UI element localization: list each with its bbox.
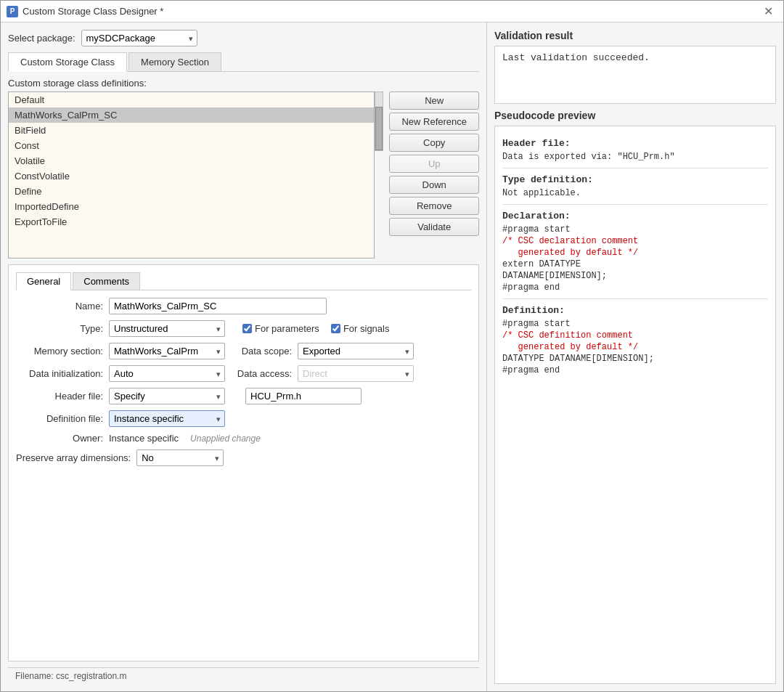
checkbox-row: For parameters For signals xyxy=(242,323,389,334)
tab-memory-section[interactable]: Memory Section xyxy=(128,52,221,71)
pseudocode-box: Header file: Data is exported via: "HCU_… xyxy=(494,126,776,684)
def-line-4: #pragma end xyxy=(502,365,768,375)
for-signals-label[interactable]: For signals xyxy=(331,323,390,334)
remove-button[interactable]: Remove xyxy=(389,197,479,215)
type-label: Type: xyxy=(16,323,103,334)
owner-row: Owner: Instance specific Unapplied chang… xyxy=(16,433,471,444)
form-section: General Comments Name: Type: Unstructure… xyxy=(8,264,479,662)
validate-button[interactable]: Validate xyxy=(389,218,479,236)
package-row: Select package: mySDCPackage xyxy=(8,30,479,46)
preserve-label: Preserve array dimensions: xyxy=(16,452,131,463)
def-line-3: DATATYPE DATANAME[DIMENSION]; xyxy=(502,354,768,364)
owner-value: Instance specific xyxy=(109,433,179,444)
app-icon: P xyxy=(7,6,18,17)
decl-line-0: #pragma start xyxy=(502,224,768,235)
name-input[interactable] xyxy=(109,298,327,314)
memory-section-select[interactable]: MathWorks_CalPrm xyxy=(109,343,225,359)
owner-label: Owner: xyxy=(16,433,103,444)
list-item[interactable]: ImportedDefine xyxy=(9,199,374,214)
list-item[interactable]: ExportToFile xyxy=(9,214,374,229)
validation-section: Validation result Last validation succee… xyxy=(494,30,776,104)
copy-button[interactable]: Copy xyxy=(389,134,479,152)
data-access-group: Data access: Direct xyxy=(234,365,414,382)
declaration-pseudo-title: Declaration: xyxy=(502,211,768,221)
new-button[interactable]: New xyxy=(389,91,479,110)
list-item[interactable]: MathWorks_CalPrm_SC xyxy=(9,107,374,123)
def-file-label: Definition file: xyxy=(16,413,103,424)
list-item[interactable]: Define xyxy=(9,184,374,199)
class-definitions-section: Custom storage class definitions: Defaul… xyxy=(8,78,479,259)
list-item[interactable]: Const xyxy=(9,138,374,153)
def-line-0: #pragma start xyxy=(502,319,768,329)
window-title: Custom Storage Class Designer * xyxy=(23,6,163,17)
header-file-select-wrapper: Specify xyxy=(109,388,225,404)
def-line-1: /* CSC definition comment xyxy=(502,330,768,341)
for-parameters-label[interactable]: For parameters xyxy=(242,323,319,334)
type-def-pseudo-title: Type definition: xyxy=(502,174,768,185)
preserve-select[interactable]: No xyxy=(136,449,224,466)
main-tabs: Custom Storage Class Memory Section xyxy=(8,52,479,72)
decl-line-5: #pragma end xyxy=(502,282,768,293)
action-buttons: New New Reference Copy Up Down Remove Va… xyxy=(389,91,479,236)
list-buttons-row: Default MathWorks_CalPrm_SC BitField Con… xyxy=(8,91,479,259)
validation-box: Last validation succeeded. xyxy=(494,46,776,104)
list-item[interactable]: Default xyxy=(9,92,374,107)
list-item[interactable]: Volatile xyxy=(9,153,374,168)
for-parameters-checkbox[interactable] xyxy=(242,324,252,333)
list-item[interactable]: BitField xyxy=(9,123,374,138)
data-scope-select-wrapper: Exported xyxy=(298,343,414,359)
right-panel: Validation result Last validation succee… xyxy=(487,23,783,691)
new-reference-button[interactable]: New Reference xyxy=(389,113,479,131)
package-select[interactable]: mySDCPackage xyxy=(81,30,197,46)
data-scope-group: Data scope: Exported xyxy=(234,343,414,359)
type-select-wrapper: Unstructured xyxy=(109,320,225,337)
header-file-select[interactable]: Specify xyxy=(109,388,225,404)
data-init-select[interactable]: Auto xyxy=(109,365,225,382)
type-select[interactable]: Unstructured xyxy=(109,320,225,337)
memory-section-select-wrapper: MathWorks_CalPrm xyxy=(109,343,225,359)
class-list[interactable]: Default MathWorks_CalPrm_SC BitField Con… xyxy=(8,91,375,259)
name-row: Name: xyxy=(16,298,471,314)
header-file-name-input[interactable] xyxy=(245,388,362,404)
package-select-wrapper: mySDCPackage xyxy=(81,30,197,46)
type-def-pseudo-line: Not applicable. xyxy=(502,188,768,198)
memory-data-scope-row: Memory section: MathWorks_CalPrm Data sc… xyxy=(16,343,471,359)
pseudocode-section: Pseudocode preview Header file: Data is … xyxy=(494,110,776,684)
preserve-select-wrapper: No xyxy=(136,449,224,466)
title-bar-left: P Custom Storage Class Designer * xyxy=(7,6,163,17)
unapplied-hint: Unapplied change xyxy=(190,433,261,444)
close-button[interactable]: ✕ xyxy=(759,4,777,19)
header-file-label: Header file: xyxy=(16,391,103,402)
tab-custom-storage-class[interactable]: Custom Storage Class xyxy=(8,52,127,72)
for-signals-checkbox[interactable] xyxy=(331,324,340,333)
decl-line-2: generated by default */ xyxy=(502,248,768,258)
data-scope-select[interactable]: Exported xyxy=(298,343,414,359)
up-button[interactable]: Up xyxy=(389,155,479,173)
down-button[interactable]: Down xyxy=(389,176,479,194)
data-init-label: Data initialization: xyxy=(16,368,103,379)
sub-tabs: General Comments xyxy=(16,272,471,290)
def-file-select-wrapper: Instance specific xyxy=(109,410,225,427)
preserve-array-row: Preserve array dimensions: No xyxy=(16,449,471,466)
def-file-select[interactable]: Instance specific xyxy=(109,410,225,427)
data-init-access-row: Data initialization: Auto Data access: D… xyxy=(16,365,471,382)
sub-tab-comments[interactable]: Comments xyxy=(73,272,140,290)
data-scope-label: Data scope: xyxy=(234,346,292,357)
validation-title: Validation result xyxy=(494,30,776,41)
main-content: Select package: mySDCPackage Custom Stor… xyxy=(1,23,783,691)
main-window: P Custom Storage Class Designer * ✕ Sele… xyxy=(0,0,784,692)
def-line-2: generated by default */ xyxy=(502,342,768,352)
list-scrollbar[interactable] xyxy=(375,91,383,151)
decl-line-4: DATANAME[DIMENSION]; xyxy=(502,271,768,281)
list-item[interactable]: ConstVolatile xyxy=(9,168,374,184)
name-label: Name: xyxy=(16,301,103,312)
pseudocode-title: Pseudocode preview xyxy=(494,110,776,121)
sub-tab-general[interactable]: General xyxy=(16,272,71,290)
decl-line-3: extern DATATYPE xyxy=(502,259,768,269)
scrollbar-thumb xyxy=(375,107,383,150)
def-file-row: Definition file: Instance specific xyxy=(16,410,471,427)
data-access-select-wrapper: Direct xyxy=(298,365,414,382)
header-file-pseudo-line: Data is exported via: "HCU_Prm.h" xyxy=(502,152,768,162)
data-access-select: Direct xyxy=(298,365,414,382)
validation-text: Last validation succeeded. xyxy=(502,52,650,63)
